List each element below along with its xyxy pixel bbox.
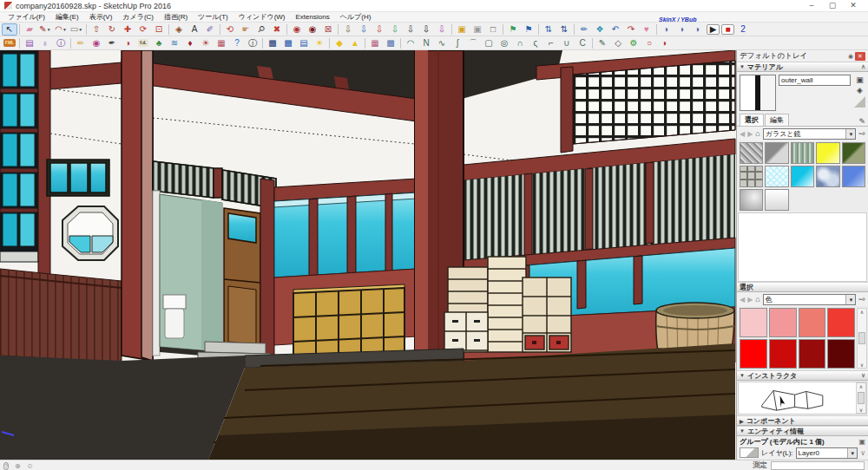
save-view-2[interactable]: ⇩ <box>356 23 372 36</box>
scroll-down-icon[interactable]: ∨ <box>860 362 864 368</box>
teardrop-tool[interactable]: ◗ <box>657 37 673 49</box>
layer-dropdown[interactable]: Layer0 ▼ <box>796 447 858 459</box>
material-swatch-olive-glass[interactable] <box>842 142 865 164</box>
material-collection-dropdown[interactable]: ガラスと鏡 ▼ <box>763 128 857 140</box>
follow-me-tool[interactable]: ↻ <box>104 23 120 36</box>
menu-item-5[interactable]: ツール(T) <box>193 12 233 23</box>
camera-view-tool[interactable]: ⊠ <box>320 23 336 36</box>
pin-icon[interactable]: ◉ <box>848 53 853 60</box>
bezier-spiral-tool[interactable]: ◎ <box>496 37 512 49</box>
pixel-colors-tool[interactable]: ▩ <box>383 37 398 49</box>
bezier-polyline-tool[interactable]: N <box>418 37 434 49</box>
dropdown-arrow-icon[interactable]: ▼ <box>47 27 51 32</box>
help-tool[interactable]: ? <box>229 37 245 49</box>
material-swatch-white-gradient-glass[interactable] <box>765 189 788 211</box>
push-pull-tool[interactable]: ⇧ <box>89 23 104 36</box>
save-view-4[interactable]: ⇩ <box>387 23 403 36</box>
color-swatch-bright-red[interactable] <box>740 339 767 369</box>
model-info-tool[interactable]: ⓘ <box>245 37 260 49</box>
paint-bucket-tool[interactable]: ◈ <box>171 23 187 36</box>
sample-pencil-icon[interactable]: ✎ <box>858 117 865 126</box>
polygon-tool[interactable]: ◇ <box>610 37 626 49</box>
layer-down-tool[interactable]: ⇅ <box>556 23 572 36</box>
colors-forward-arrow-icon[interactable]: ▶ <box>747 296 753 304</box>
material-swatch-cyan-glass[interactable] <box>791 166 814 187</box>
save-view-3[interactable]: ⇩ <box>372 23 387 36</box>
scroll-up-icon[interactable]: ∧ <box>860 309 864 315</box>
instructor-scroll-down-icon[interactable]: ∨ <box>859 407 863 413</box>
tab-select[interactable]: 選択 <box>740 114 764 126</box>
home-icon[interactable]: ⌂ <box>755 129 760 138</box>
color-swatch-pink[interactable] <box>769 308 797 337</box>
measurement-input[interactable] <box>771 461 865 470</box>
lightbulb-tool[interactable]: ☀ <box>312 37 327 49</box>
arc-tool[interactable]: ◠▼ <box>53 23 69 36</box>
cone-tool[interactable]: ▲ <box>347 37 363 49</box>
colors-section-header[interactable]: 選択 <box>737 282 868 292</box>
pan-tool[interactable]: ☛ <box>238 23 253 36</box>
next-view-tool[interactable]: ◉ <box>305 23 320 36</box>
status-signin-icon[interactable]: ☺ <box>27 462 34 470</box>
curve-back-tool[interactable]: ↶ <box>608 23 623 36</box>
curve-edit-tool[interactable]: ✎ <box>595 37 610 49</box>
skinx-play-button[interactable]: ▶ <box>707 24 720 35</box>
scroll-thumb[interactable] <box>858 332 865 344</box>
save-view-6[interactable]: ⇩ <box>418 23 434 36</box>
material-swatch-gray-mirror[interactable] <box>765 142 788 164</box>
layer-up-tool[interactable]: ⇅ <box>541 23 556 36</box>
texture-grid-tool[interactable]: ▦ <box>367 37 383 49</box>
bezier-cap-tool[interactable]: ∩ <box>512 37 528 49</box>
back-arrow-icon[interactable]: ◀ <box>740 130 745 138</box>
ellipse-tool[interactable]: ○ <box>641 37 657 49</box>
material-swatch-green-striped-glass[interactable] <box>791 142 814 164</box>
entity-chevron-icon[interactable]: ∨ <box>860 449 865 457</box>
forward-arrow-icon[interactable]: ▶ <box>747 130 753 138</box>
instructor-scrollbar[interactable]: ∧ ∨ <box>856 382 866 414</box>
components-section-header[interactable]: ▶ コンポーネント <box>737 415 868 426</box>
dropdown-arrow-icon[interactable]: ▼ <box>62 27 67 32</box>
entity-details-icon[interactable]: ▣ <box>858 438 865 446</box>
wrench-tool[interactable]: ⚙ <box>626 37 641 49</box>
material-swatch-yellow-glass[interactable] <box>816 142 839 164</box>
instructor-scroll-up-icon[interactable]: ∧ <box>859 383 863 389</box>
save-view-7[interactable]: ⇩ <box>434 23 450 36</box>
rotate-tool[interactable]: ⟳ <box>135 23 151 36</box>
warehouse-info-tool[interactable]: ⓘ <box>53 37 69 49</box>
move-tool[interactable]: ✚ <box>120 23 135 36</box>
tray-scroll-up-icon[interactable]: ∧ <box>861 63 865 70</box>
material-list-area[interactable] <box>738 212 867 282</box>
previous-view-tool[interactable]: ◉ <box>289 23 305 36</box>
color-swatch-strong-red[interactable] <box>769 339 797 369</box>
material-swatch-gray-gradient-glass[interactable] <box>740 189 763 211</box>
orbit-tool[interactable]: ⟲ <box>222 23 238 36</box>
dropdown-arrow-icon[interactable]: ▼ <box>78 27 82 32</box>
menu-item-7[interactable]: Extensions <box>291 12 335 23</box>
colors-back-arrow-icon[interactable]: ◀ <box>740 296 745 304</box>
material-swatch-frosted-lattice[interactable] <box>765 166 788 187</box>
style-display-tool[interactable]: ▦ <box>214 37 229 49</box>
zoom-tool[interactable]: ⚲ <box>253 23 269 36</box>
pink-shoe-tool[interactable]: ♥ <box>639 23 654 36</box>
bezier-curve-tool[interactable]: ʃ <box>450 37 465 49</box>
status-geolocation-icon[interactable]: ⊕ <box>15 462 21 470</box>
material-swatch-obscure-glass[interactable] <box>740 142 763 164</box>
wireframe-box-tool[interactable]: □ <box>485 23 501 36</box>
status-help-icon[interactable]: ? <box>3 462 9 470</box>
material-name-input[interactable]: outer_wall <box>779 75 851 86</box>
instructor-options-icon[interactable]: ∨ <box>861 372 865 379</box>
save-view-5[interactable]: ⇩ <box>403 23 418 36</box>
line-tool[interactable]: ✎▼ <box>37 23 53 36</box>
bezier-s-tool[interactable]: ς <box>528 37 543 49</box>
skinx-shoe-1[interactable]: ◗ <box>659 23 674 36</box>
material-swatch-blue-glass[interactable] <box>842 166 865 187</box>
close-button[interactable]: ✕ <box>843 0 864 11</box>
create-material-icon[interactable]: ◈ <box>857 86 863 95</box>
text-tool[interactable]: A <box>187 23 202 36</box>
blue-panel-1[interactable]: ▩ <box>265 37 280 49</box>
curve-forward-tool[interactable]: ↷ <box>623 23 639 36</box>
menu-item-6[interactable]: ウィンドウ(W) <box>233 12 291 23</box>
warehouse-folder-tool[interactable]: ▤ <box>22 37 37 49</box>
display-secondary-icon[interactable]: ▣ <box>856 75 864 84</box>
skinx-shoe-2[interactable]: ◗ <box>674 23 690 36</box>
fml-tool[interactable]: FML <box>2 37 17 49</box>
